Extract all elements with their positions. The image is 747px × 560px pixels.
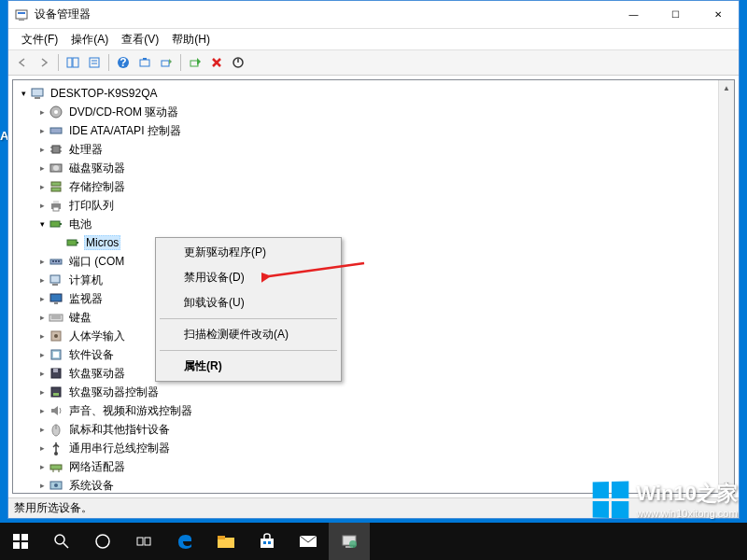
context-menu-item[interactable]: 禁用设备(D) — [158, 265, 339, 290]
uninstall-button[interactable] — [206, 52, 227, 73]
tree-node[interactable]: ▸人体学输入 — [15, 327, 732, 345]
tree-node[interactable]: ▸磁盘驱动器 — [15, 159, 732, 177]
expander-icon[interactable]: ▾ — [35, 217, 49, 231]
tree-node[interactable]: ▸存储控制器 — [15, 177, 732, 196]
expander-icon[interactable]: ▸ — [35, 311, 49, 324]
context-menu-item[interactable]: 属性(R) — [158, 354, 339, 379]
svg-point-68 — [55, 535, 64, 544]
context-menu-item[interactable]: 卸载设备(U) — [158, 290, 339, 315]
context-menu-item[interactable]: 更新驱动程序(P) — [158, 240, 339, 265]
device-manager-taskbar-icon[interactable] — [329, 523, 370, 560]
edge-icon[interactable] — [164, 523, 205, 560]
maximize-button[interactable]: ☐ — [655, 1, 697, 28]
expander-icon[interactable]: ▸ — [35, 199, 49, 212]
expander-icon[interactable]: ▸ — [35, 460, 49, 473]
vertical-scrollbar[interactable]: ▲ ▼ — [718, 80, 734, 493]
svg-rect-33 — [60, 223, 62, 225]
keyboard-icon — [49, 310, 63, 325]
expander-icon[interactable]: ▸ — [35, 348, 49, 361]
tree-node[interactable]: ▸软件设备 — [15, 345, 732, 364]
tree-node[interactable]: ▸鼠标和其他指针设备 — [15, 420, 732, 439]
expander-icon[interactable]: ▸ — [35, 423, 49, 436]
help-button[interactable]: ? — [113, 52, 134, 73]
menu-help[interactable]: 帮助(H) — [166, 30, 216, 49]
titlebar[interactable]: 设备管理器 — ☐ ✕ — [8, 1, 739, 29]
tree-leaf[interactable]: Micros — [15, 233, 732, 252]
tree-node[interactable]: ▸软盘驱动器 — [15, 364, 732, 383]
svg-point-57 — [54, 452, 58, 455]
expander-icon[interactable]: ▸ — [35, 329, 49, 343]
tree-node[interactable]: ▸软盘驱动器控制器 — [15, 383, 732, 401]
update-driver-button[interactable] — [156, 52, 176, 73]
minimize-button[interactable]: — — [613, 1, 655, 28]
node-label: 打印队列 — [67, 197, 116, 215]
tree-node[interactable]: ▸IDE ATA/ATAPI 控制器 — [15, 121, 732, 140]
computer-icon — [30, 86, 45, 101]
hid-icon — [49, 329, 63, 343]
tree-node[interactable]: ▸计算机 — [15, 271, 732, 289]
tree-node[interactable]: ▸端口 (COM — [15, 252, 732, 271]
tree-node[interactable]: ▸处理器 — [15, 140, 732, 159]
tree-node[interactable]: ▸键盘 — [15, 308, 732, 327]
expander-icon[interactable]: ▸ — [35, 441, 49, 455]
expander-icon[interactable]: ▸ — [35, 105, 49, 119]
store-icon[interactable] — [247, 523, 288, 560]
tree-container[interactable]: ▾DESKTOP-K9S92QA▸DVD/CD-ROM 驱动器▸IDE ATA/… — [12, 79, 735, 494]
expander-icon[interactable]: ▸ — [35, 404, 49, 417]
menu-separator — [160, 350, 337, 351]
tree-node[interactable]: ▸声音、视频和游戏控制器 — [15, 401, 732, 420]
port-icon — [49, 254, 63, 269]
back-button[interactable] — [12, 52, 33, 73]
tree-node[interactable]: ▾电池 — [15, 215, 732, 233]
expander-icon[interactable]: ▾ — [17, 87, 30, 100]
expander-icon[interactable]: ▸ — [35, 143, 49, 156]
expander-icon[interactable]: ▸ — [35, 180, 49, 193]
menu-action[interactable]: 操作(A) — [65, 30, 114, 49]
tree-root[interactable]: ▾DESKTOP-K9S92QA — [15, 84, 732, 103]
ide-icon — [49, 123, 63, 138]
expander-icon[interactable]: ▸ — [35, 292, 49, 305]
mail-icon[interactable] — [288, 523, 329, 560]
tree-node[interactable]: ▸DVD/CD-ROM 驱动器 — [15, 103, 732, 121]
file-explorer-icon[interactable] — [205, 523, 247, 560]
svg-text:?: ? — [120, 56, 126, 69]
tree-node[interactable]: ▸监视器 — [15, 289, 732, 308]
start-button[interactable] — [0, 523, 41, 560]
device-manager-window: 设备管理器 — ☐ ✕ 文件(F) 操作(A) 查看(V) 帮助(H) ? ▾D… — [7, 0, 740, 519]
taskbar[interactable] — [0, 523, 747, 560]
enable-button[interactable] — [185, 52, 205, 73]
menu-file[interactable]: 文件(F) — [16, 30, 63, 49]
scan-hardware-button[interactable] — [134, 52, 155, 73]
disable-button[interactable] — [228, 52, 248, 73]
node-label: DVD/CD-ROM 驱动器 — [67, 104, 180, 121]
svg-rect-43 — [54, 302, 58, 304]
svg-rect-1 — [18, 12, 25, 14]
task-view-icon[interactable] — [123, 523, 164, 560]
tree-node[interactable]: ▸网络适配器 — [15, 457, 732, 476]
show-hide-tree-button[interactable] — [63, 52, 83, 73]
expander-icon[interactable]: ▸ — [35, 367, 49, 380]
menu-view[interactable]: 查看(V) — [116, 30, 164, 49]
expander-icon[interactable]: ▸ — [35, 273, 49, 287]
expander-icon[interactable]: ▸ — [35, 479, 49, 492]
svg-point-62 — [54, 483, 58, 487]
expander-icon[interactable]: ▸ — [35, 385, 49, 399]
search-icon[interactable] — [41, 523, 82, 560]
node-label: 磁盘驱动器 — [67, 160, 127, 177]
tree-node[interactable]: ▸打印队列 — [15, 196, 732, 215]
mouse-icon — [49, 422, 63, 437]
usb-icon — [49, 441, 63, 455]
cortana-icon[interactable] — [82, 523, 123, 560]
expander-icon[interactable]: ▸ — [35, 124, 49, 137]
tree-node[interactable]: ▸通用串行总线控制器 — [15, 439, 732, 457]
context-menu-item[interactable]: 扫描检测硬件改动(A) — [158, 322, 339, 347]
printer-icon — [49, 198, 63, 213]
properties-button[interactable] — [84, 52, 105, 73]
svg-rect-10 — [140, 60, 149, 66]
forward-button[interactable] — [34, 52, 54, 73]
close-button[interactable]: ✕ — [697, 1, 739, 28]
expander-icon[interactable]: ▸ — [35, 255, 49, 268]
scroll-up-button[interactable]: ▲ — [719, 80, 734, 96]
battery-icon — [65, 235, 80, 250]
expander-icon[interactable]: ▸ — [35, 161, 49, 175]
